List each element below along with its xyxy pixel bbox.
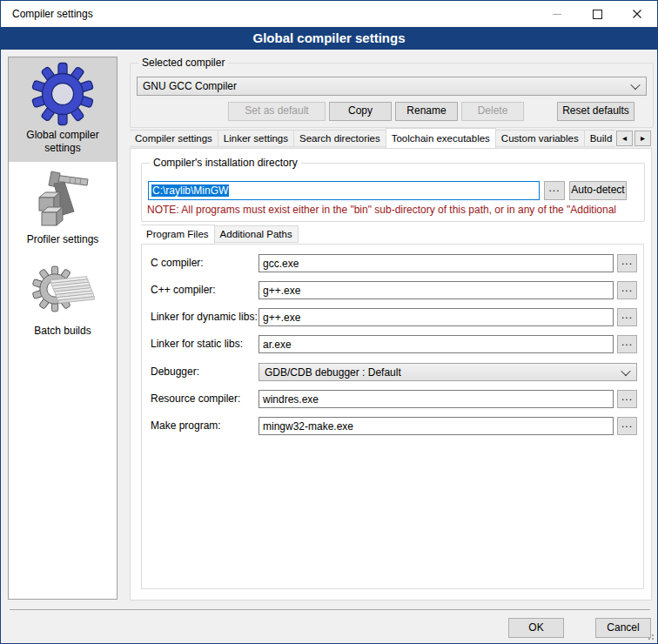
cpp-compiler-input[interactable] xyxy=(258,281,614,299)
window-title: Compiler settings xyxy=(12,8,93,20)
selected-compiler-dropdown[interactable]: GNU GCC Compiler xyxy=(137,77,647,96)
sidebar-item-profiler-settings[interactable]: Profiler settings xyxy=(9,162,117,253)
sidebar-item-label: Profiler settings xyxy=(10,233,115,246)
title-bar: Compiler settings xyxy=(1,1,657,27)
tab-compiler-settings[interactable]: Compiler settings xyxy=(130,130,218,147)
close-icon xyxy=(633,10,641,18)
field-label: Linker for static libs: xyxy=(151,338,243,350)
selected-path-text: C:\raylib\MinGW xyxy=(151,184,229,197)
delete-button: Delete xyxy=(461,102,524,121)
resize-grip[interactable] xyxy=(646,632,655,641)
footer-divider xyxy=(10,609,650,610)
toolchain-executables-page: Compiler's installation directory C:\ray… xyxy=(130,148,652,600)
settings-tab-bar: Compiler settings Linker settings Search… xyxy=(130,128,615,149)
window-controls xyxy=(537,1,657,27)
sidebar-item-label: Batch builds xyxy=(10,325,115,338)
tab-build-options[interactable]: Build xyxy=(584,130,615,147)
sidebar-item-label: Global compiler settings xyxy=(10,129,115,155)
group-title: Compiler's installation directory xyxy=(150,157,301,169)
page-title: Global compiler settings xyxy=(252,30,405,45)
group-title: Selected compiler xyxy=(138,57,228,69)
selected-compiler-group: Selected compiler GNU GCC Compiler Set a… xyxy=(130,63,654,128)
linker-dynamic-input[interactable] xyxy=(258,308,614,326)
caliper-icon xyxy=(30,166,95,231)
installation-directory-browse-button[interactable]: ... xyxy=(544,181,565,200)
field-label: Make program: xyxy=(151,419,221,432)
maximize-icon xyxy=(593,10,602,19)
field-label: C compiler: xyxy=(151,257,204,269)
sidebar-item-batch-builds[interactable]: Batch builds xyxy=(9,253,117,345)
resource-compiler-input[interactable] xyxy=(258,390,614,408)
make-program-input[interactable] xyxy=(258,417,614,435)
tab-scroll-right-button[interactable]: ▸ xyxy=(634,131,651,146)
chevron-down-icon xyxy=(621,366,630,375)
cpp-compiler-browse-button[interactable]: ... xyxy=(617,281,637,299)
set-as-default-button: Set as default xyxy=(228,102,326,121)
tab-scroll-left-button[interactable]: ◂ xyxy=(616,131,633,146)
close-button[interactable] xyxy=(617,1,657,27)
copy-button[interactable]: Copy xyxy=(329,102,392,121)
linker-static-browse-button[interactable]: ... xyxy=(617,335,637,353)
ok-button[interactable]: OK xyxy=(508,618,564,638)
tab-program-files[interactable]: Program Files xyxy=(141,225,215,245)
maximize-button[interactable] xyxy=(577,1,617,27)
auto-detect-button[interactable]: Auto-detect xyxy=(569,181,627,200)
tab-search-directories[interactable]: Search directories xyxy=(293,130,386,147)
tab-scroll-controls: ◂ ▸ xyxy=(616,131,651,146)
chevron-down-icon xyxy=(630,80,640,90)
field-label: C++ compiler: xyxy=(151,284,216,296)
installation-directory-input[interactable]: C:\raylib\MinGW xyxy=(148,181,540,200)
reset-defaults-button[interactable]: Reset defaults xyxy=(557,102,634,121)
dialog-window: Compiler settings Global compiler settin… xyxy=(0,0,658,644)
tab-toolchain-executables[interactable]: Toolchain executables xyxy=(386,128,496,149)
installation-directory-group: Compiler's installation directory C:\ray… xyxy=(141,163,645,222)
program-files-tab-bar: Program Files Additional Paths xyxy=(141,225,628,245)
rename-button[interactable]: Rename xyxy=(395,102,458,121)
page-header: Global compiler settings xyxy=(1,27,657,50)
tab-additional-paths[interactable]: Additional Paths xyxy=(214,225,299,243)
c-compiler-browse-button[interactable]: ... xyxy=(617,254,637,272)
sidebar-item-global-compiler-settings[interactable]: Global compiler settings xyxy=(9,57,117,162)
selected-compiler-value: GNU GCC Compiler xyxy=(143,80,237,92)
field-label: Resource compiler: xyxy=(151,392,240,405)
field-label: Linker for dynamic libs: xyxy=(151,311,258,323)
minimize-icon xyxy=(553,14,561,15)
batch-builds-icon xyxy=(30,258,95,322)
cancel-button[interactable]: Cancel xyxy=(595,618,651,638)
minimize-button[interactable] xyxy=(537,1,577,27)
tab-linker-settings[interactable]: Linker settings xyxy=(218,130,294,147)
debugger-dropdown[interactable]: GDB/CDB debugger : Default xyxy=(258,363,637,381)
debugger-value: GDB/CDB debugger : Default xyxy=(265,366,401,379)
field-label: Debugger: xyxy=(151,366,199,378)
linker-dynamic-browse-button[interactable]: ... xyxy=(617,308,637,326)
resource-compiler-browse-button[interactable]: ... xyxy=(617,390,637,408)
sidebar: Global compiler settings xyxy=(8,57,118,600)
c-compiler-input[interactable] xyxy=(258,254,614,272)
scroll-left-icon: ◂ xyxy=(622,133,627,143)
make-program-browse-button[interactable]: ... xyxy=(617,417,637,435)
linker-static-input[interactable] xyxy=(258,335,614,353)
installation-note: NOTE: All programs must exist either in … xyxy=(147,204,640,216)
blue-gear-icon xyxy=(30,62,95,126)
tab-custom-variables[interactable]: Custom variables xyxy=(495,130,585,147)
program-files-panel: C compiler: ... C++ compiler: ... Linker… xyxy=(141,244,644,589)
scroll-right-icon: ▸ xyxy=(641,133,645,143)
